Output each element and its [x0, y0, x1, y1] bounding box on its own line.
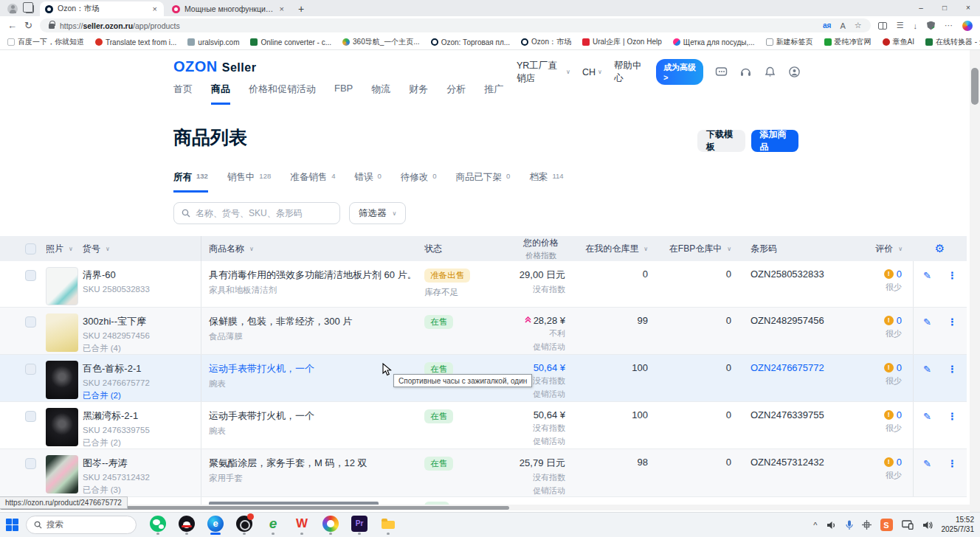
scrollbar-thumb[interactable]: [971, 68, 979, 105]
taskbar-app-wechat[interactable]: [147, 516, 169, 535]
row-checkbox[interactable]: [25, 411, 36, 422]
table-settings-gear-icon[interactable]: ⚙: [913, 242, 967, 255]
volume-icon[interactable]: [922, 521, 933, 530]
copilot-icon[interactable]: [962, 21, 973, 31]
edit-icon[interactable]: ✎: [923, 316, 931, 354]
product-photo[interactable]: [46, 408, 78, 446]
tab-archive[interactable]: 档案114: [529, 171, 563, 193]
merged-link[interactable]: 已合并 (4): [83, 343, 201, 354]
browser-tab-ozon[interactable]: Ozon：市场 ×: [40, 1, 164, 16]
bookmark-item[interactable]: Ozon：市场: [521, 37, 571, 47]
downloads-icon[interactable]: ↓: [914, 21, 918, 30]
tab-errors[interactable]: 错误0: [355, 171, 382, 193]
promo-link[interactable]: 促销活动: [517, 485, 565, 496]
product-article[interactable]: 300zhi--宝下摩: [83, 315, 201, 328]
taskbar-app-browser-ring[interactable]: [320, 516, 342, 535]
translate-icon[interactable]: ая: [823, 21, 831, 30]
product-article[interactable]: 百色-首标-2-1: [83, 362, 201, 375]
language-selector[interactable]: CH∨: [582, 67, 602, 77]
display-cast-icon[interactable]: [902, 520, 914, 530]
product-name-link[interactable]: 聚氨酯涂层，家务手套，M 码，12 双: [209, 457, 419, 470]
taskbar-app-qq[interactable]: [176, 516, 198, 535]
taskbar-app-wps[interactable]: W: [291, 516, 313, 535]
edit-icon[interactable]: ✎: [923, 411, 931, 448]
product-photo[interactable]: [46, 313, 78, 352]
taskbar-app-file-explorer[interactable]: [377, 516, 399, 535]
bookmark-item[interactable]: 百度一下，你就知道: [7, 37, 84, 47]
bookmark-item[interactable]: Translate text from i...: [95, 38, 176, 46]
bookmark-item[interactable]: uralsvip.com: [187, 38, 239, 46]
tab-all[interactable]: 所有132: [173, 171, 208, 193]
nav-finance[interactable]: 财务: [409, 83, 428, 105]
tray-expand-icon[interactable]: ^: [813, 521, 817, 530]
col-photo[interactable]: 照片∨: [46, 243, 83, 255]
maximize-button[interactable]: □: [933, 0, 956, 15]
taskbar-clock[interactable]: 15:522025/7/31: [942, 516, 975, 534]
row-checkbox[interactable]: [25, 458, 36, 469]
nav-home[interactable]: 首页: [173, 83, 193, 105]
chat-icon[interactable]: [715, 66, 728, 78]
product-name-link[interactable]: 具有消毒作用的强效多功能清洁地板片剂 60 片。: [209, 268, 419, 282]
browser-tab-secondary[interactable]: Мощные многофункциональные ×: [167, 1, 291, 16]
lock-icon[interactable]: [49, 24, 55, 29]
promo-link[interactable]: 促销活动: [517, 389, 565, 400]
support-headset-icon[interactable]: [739, 66, 752, 78]
bookmark-item[interactable]: Ural企库 | Ozon Help: [582, 37, 662, 47]
edit-icon[interactable]: ✎: [923, 270, 931, 307]
sogou-input-icon[interactable]: S: [880, 519, 893, 531]
merged-link[interactable]: 已合并 (2): [83, 390, 201, 401]
browser-profile-icon[interactable]: [7, 4, 18, 14]
download-template-button[interactable]: 下载模板: [697, 130, 745, 152]
row-checkbox[interactable]: [25, 364, 36, 375]
merged-link[interactable]: 已合并 (2): [83, 437, 201, 448]
favorites-bar-icon[interactable]: ☰: [897, 21, 904, 30]
row-checkbox[interactable]: [25, 270, 36, 281]
nav-analytics[interactable]: 分析: [446, 83, 466, 105]
bookmark-item[interactable]: 新建标签页: [766, 37, 813, 47]
row-checkbox[interactable]: [25, 316, 36, 328]
taskbar-app-premiere[interactable]: Pr: [348, 516, 370, 535]
bookmark-item[interactable]: 360导航_一个主页...: [342, 37, 420, 47]
account-icon[interactable]: [788, 66, 801, 78]
workspaces-icon[interactable]: [25, 4, 34, 13]
col-rating[interactable]: 评价∨: [834, 243, 913, 255]
row-menu-icon[interactable]: ⋮: [948, 411, 957, 448]
close-button[interactable]: ×: [956, 0, 980, 15]
select-all-checkbox[interactable]: [25, 243, 36, 254]
tab-ready[interactable]: 准备销售4: [290, 171, 335, 193]
filter-button[interactable]: 筛选器∨: [349, 202, 406, 224]
barcode-link[interactable]: OZN2476675772: [742, 355, 834, 373]
bookmark-item[interactable]: 章鱼AI: [883, 37, 914, 47]
product-photo[interactable]: [46, 361, 78, 399]
search-input[interactable]: 名称、货号、SKU、条形码: [173, 202, 340, 224]
ozon-seller-logo[interactable]: OZONSeller: [173, 58, 256, 75]
col-fbp[interactable]: 在FBP仓库中∨: [658, 243, 742, 255]
product-article[interactable]: 黑濑湾标-2-1: [83, 409, 201, 423]
horizontal-scrollbar[interactable]: [0, 505, 970, 510]
new-tab-button[interactable]: +: [291, 3, 311, 16]
add-product-button[interactable]: 添加商品: [751, 130, 799, 152]
col-stock[interactable]: 在我的仓库里∨: [576, 243, 658, 255]
col-article[interactable]: 货号∨: [83, 243, 201, 255]
more-menu-icon[interactable]: ⋯: [945, 21, 953, 30]
nav-promotion[interactable]: 推广: [484, 83, 503, 105]
taskbar-search[interactable]: 搜索: [26, 516, 137, 534]
tab-close-icon[interactable]: ×: [151, 4, 159, 13]
edit-icon[interactable]: ✎: [923, 364, 931, 401]
product-article[interactable]: 清界-60: [83, 268, 201, 282]
merged-link[interactable]: 已合并 (3): [83, 485, 201, 496]
product-name-link[interactable]: 保鲜膜，包装，非常经济，300 片: [209, 315, 419, 328]
taskbar-app-recorder[interactable]: [233, 516, 255, 535]
product-article[interactable]: 图岑--寿涛: [83, 457, 201, 470]
read-aloud-icon[interactable]: A: [840, 21, 845, 30]
row-menu-icon[interactable]: ⋮: [948, 364, 957, 401]
bookmark-item[interactable]: Щетка для посуды,...: [673, 38, 755, 46]
nav-products[interactable]: 商品: [211, 83, 230, 105]
bookmark-item[interactable]: Ozon: Торговая пл...: [431, 38, 510, 46]
product-photo[interactable]: [46, 455, 78, 493]
row-menu-icon[interactable]: ⋮: [948, 316, 957, 354]
tab-unlisted[interactable]: 商品已下架0: [456, 171, 511, 193]
row-menu-icon[interactable]: ⋮: [948, 458, 957, 496]
row-menu-icon[interactable]: ⋮: [948, 270, 957, 307]
refresh-icon[interactable]: ↻: [24, 20, 32, 31]
